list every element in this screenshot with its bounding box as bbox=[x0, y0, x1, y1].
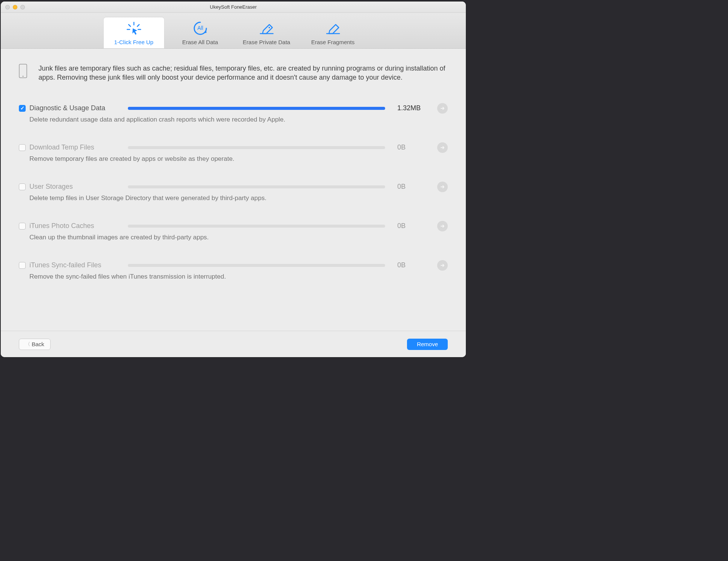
category-row: iTunes Sync-failed Files 0B bbox=[19, 260, 448, 271]
progress-bar bbox=[128, 225, 385, 228]
arrow-right-icon bbox=[440, 145, 445, 150]
titlebar: UkeySoft FoneEraser bbox=[1, 2, 466, 13]
category-3: iTunes Photo Caches 0B Clean up the thum… bbox=[19, 221, 448, 241]
category-checkbox[interactable] bbox=[19, 105, 26, 112]
category-0: Diagnostic & Usage Data 1.32MB Delete re… bbox=[19, 103, 448, 123]
category-desc: Clean up the thumbnail images are create… bbox=[29, 234, 448, 241]
progress-bar bbox=[128, 185, 385, 188]
back-label: Back bbox=[32, 341, 44, 347]
category-desc: Remove the sync-failed files when iTunes… bbox=[29, 273, 448, 280]
detail-arrow-button[interactable] bbox=[437, 221, 448, 231]
window-title: UkeySoft FoneEraser bbox=[1, 4, 466, 10]
eraser-fragments-icon bbox=[324, 21, 342, 36]
category-title: Download Temp Files bbox=[29, 143, 124, 151]
tab-erase-all[interactable]: All Erase All Data bbox=[170, 17, 230, 48]
category-1: Download Temp Files 0B Remove temporary … bbox=[19, 142, 448, 163]
svg-point-5 bbox=[204, 31, 206, 33]
category-checkbox[interactable] bbox=[19, 183, 26, 190]
category-desc: Remove temporary files are created by ap… bbox=[29, 155, 448, 163]
arrow-right-icon bbox=[440, 184, 445, 190]
progress-bar bbox=[128, 107, 385, 110]
top-tabs: 1-Click Free Up All Erase All Data Erase… bbox=[1, 13, 466, 49]
tab-erase-private[interactable]: Erase Private Data bbox=[237, 17, 297, 48]
tab-label: Erase Fragments bbox=[311, 39, 355, 45]
category-desc: Delete redundant usage data and applicat… bbox=[29, 116, 448, 123]
svg-line-2 bbox=[137, 25, 139, 26]
category-row: iTunes Photo Caches 0B bbox=[19, 221, 448, 231]
svg-line-1 bbox=[129, 25, 131, 26]
content-area: Junk files are temporary files such as c… bbox=[1, 49, 466, 331]
category-checkbox[interactable] bbox=[19, 223, 26, 230]
eraser-private-icon bbox=[258, 21, 275, 36]
category-size: 0B bbox=[397, 143, 433, 151]
arrow-right-icon bbox=[440, 223, 445, 229]
category-size: 0B bbox=[397, 261, 433, 269]
detail-arrow-button[interactable] bbox=[437, 103, 448, 114]
tab-label: Erase Private Data bbox=[243, 39, 290, 45]
tab-label: 1-Click Free Up bbox=[114, 39, 153, 45]
app-window: UkeySoft FoneEraser 1-Click Free Up All bbox=[1, 2, 466, 357]
tab-erase-fragments[interactable]: Erase Fragments bbox=[303, 17, 363, 48]
detail-arrow-button[interactable] bbox=[437, 260, 448, 271]
cursor-click-icon bbox=[126, 22, 142, 36]
remove-button[interactable]: Remove bbox=[407, 339, 448, 350]
arrow-right-icon bbox=[440, 263, 445, 268]
progress-bar-fill bbox=[128, 107, 385, 110]
detail-arrow-button[interactable] bbox=[437, 182, 448, 192]
phone-icon bbox=[19, 64, 27, 78]
progress-bar bbox=[128, 264, 385, 267]
category-checkbox[interactable] bbox=[19, 144, 26, 151]
svg-point-11 bbox=[23, 76, 24, 77]
category-size: 0B bbox=[397, 222, 433, 230]
category-checkbox[interactable] bbox=[19, 262, 26, 269]
back-button[interactable]: 〈 Back bbox=[19, 339, 51, 350]
category-title: iTunes Sync-failed Files bbox=[29, 261, 124, 269]
detail-arrow-button[interactable] bbox=[437, 142, 448, 153]
category-row: Download Temp Files 0B bbox=[19, 142, 448, 153]
intro-text: Junk files are temporary files such as c… bbox=[38, 64, 448, 82]
category-2: User Storages 0B Delete temp files in Us… bbox=[19, 182, 448, 202]
category-title: User Storages bbox=[29, 183, 124, 191]
intro-row: Junk files are temporary files such as c… bbox=[19, 64, 448, 82]
chevron-left-icon: 〈 bbox=[25, 341, 30, 348]
category-title: Diagnostic & Usage Data bbox=[29, 104, 124, 112]
tab-1click-freeup[interactable]: 1-Click Free Up bbox=[104, 17, 164, 48]
svg-point-8 bbox=[269, 27, 270, 28]
category-desc: Delete temp files in User Storage Direct… bbox=[29, 194, 448, 202]
category-size: 1.32MB bbox=[397, 104, 433, 112]
category-row: Diagnostic & Usage Data 1.32MB bbox=[19, 103, 448, 114]
progress-bar bbox=[128, 146, 385, 149]
arrow-right-icon bbox=[440, 106, 445, 111]
category-4: iTunes Sync-failed Files 0B Remove the s… bbox=[19, 260, 448, 280]
remove-label: Remove bbox=[417, 341, 438, 347]
category-size: 0B bbox=[397, 183, 433, 191]
erase-all-icon: All bbox=[192, 21, 209, 36]
tab-label: Erase All Data bbox=[182, 39, 218, 45]
svg-text:All: All bbox=[197, 25, 203, 31]
category-row: User Storages 0B bbox=[19, 182, 448, 192]
category-title: iTunes Photo Caches bbox=[29, 222, 124, 230]
footer: 〈 Back Remove bbox=[1, 331, 466, 357]
